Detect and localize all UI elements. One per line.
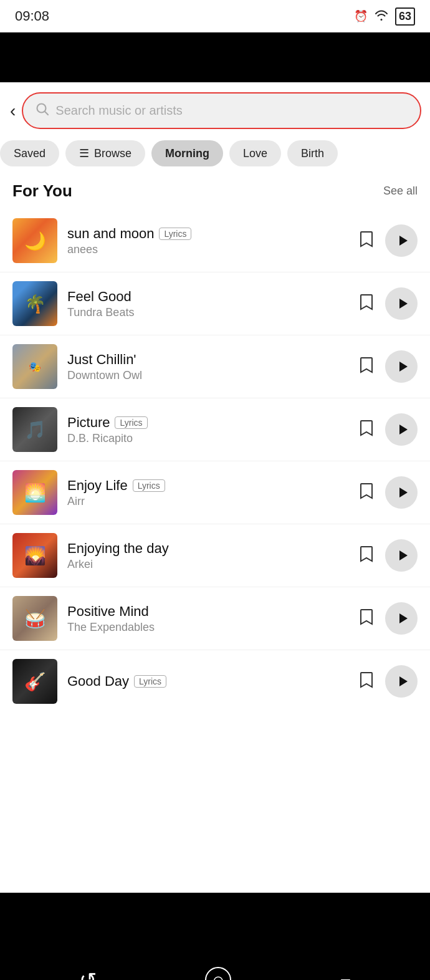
song-info-1: sun and moon Lyrics anees	[67, 226, 348, 256]
see-all-button[interactable]: See all	[383, 185, 418, 198]
chip-morning[interactable]: Morning	[151, 140, 223, 166]
song-artist-7: The Expendables	[67, 621, 348, 634]
svg-marker-3	[399, 299, 408, 309]
svg-marker-5	[399, 425, 408, 435]
category-chips: Saved ☰ Browse Morning Love Birth	[0, 137, 430, 175]
song-artist-6: Arkei	[67, 558, 348, 571]
chip-browse[interactable]: ☰ Browse	[65, 140, 145, 166]
battery-icon: 63	[395, 7, 415, 26]
svg-marker-2	[399, 236, 408, 246]
bookmark-button-1[interactable]	[358, 231, 375, 251]
song-item: 🎭 Just Chillin' Downtown Owl	[0, 335, 430, 398]
song-info-8: Good Day Lyrics	[67, 673, 348, 689]
song-title-1: sun and moon	[67, 226, 154, 242]
song-art-8: 🎸	[12, 659, 57, 704]
song-art-3: 🎭	[12, 344, 57, 389]
bookmark-button-5[interactable]	[358, 483, 375, 502]
song-actions-1	[358, 224, 418, 257]
status-icons: ⏰ 63	[354, 7, 415, 26]
bookmark-button-3[interactable]	[358, 357, 375, 377]
song-title-6: Enjoying the day	[67, 540, 169, 557]
play-button-6[interactable]	[385, 539, 418, 572]
song-art-6: 🌄	[12, 533, 57, 578]
song-title-4: Picture	[67, 415, 110, 431]
song-item: 🎵 Picture Lyrics D.B. Ricapito	[0, 398, 430, 461]
play-button-5[interactable]	[385, 476, 418, 509]
back-button[interactable]: ‹	[10, 102, 16, 120]
search-icon	[36, 102, 49, 119]
song-title-5: Enjoy Life	[67, 478, 128, 494]
song-info-2: Feel Good Tundra Beats	[67, 289, 348, 319]
song-item: 🌅 Enjoy Life Lyrics Airr	[0, 461, 430, 524]
song-actions-7	[358, 602, 418, 635]
song-art-4: 🎵	[12, 407, 57, 452]
svg-marker-4	[399, 362, 408, 372]
nav-back-button[interactable]: ↺	[79, 968, 97, 980]
song-art-1: 🌙	[12, 218, 57, 263]
song-title-8: Good Day	[67, 673, 129, 689]
svg-line-1	[45, 112, 48, 115]
song-title-7: Positive Mind	[67, 603, 149, 620]
nav-bar: ↺ ○ ⌐	[0, 955, 430, 980]
song-artist-2: Tundra Beats	[67, 306, 348, 319]
nav-recent-button[interactable]: ⌐	[340, 969, 351, 980]
status-bar: 09:08 ⏰ 63	[0, 0, 430, 32]
svg-marker-8	[399, 613, 408, 623]
chip-love[interactable]: Love	[229, 140, 281, 166]
search-placeholder-text: Search music or artists	[55, 103, 182, 118]
status-time: 09:08	[15, 8, 49, 24]
song-artist-3: Downtown Owl	[67, 369, 348, 382]
section-title: For You	[12, 181, 72, 201]
song-art-2: 🌴	[12, 281, 57, 326]
bookmark-button-8[interactable]	[358, 671, 375, 691]
song-actions-4	[358, 413, 418, 446]
lyrics-badge-1: Lyrics	[159, 228, 191, 240]
play-button-2[interactable]	[385, 287, 418, 320]
bookmark-button-2[interactable]	[358, 294, 375, 314]
play-button-7[interactable]	[385, 602, 418, 635]
lyrics-badge-5: Lyrics	[133, 479, 165, 492]
lyrics-badge-4: Lyrics	[115, 416, 147, 429]
search-bar-wrapper: Search music or artists	[23, 94, 420, 128]
bookmark-button-6[interactable]	[358, 545, 375, 565]
chip-saved[interactable]: Saved	[0, 140, 59, 166]
song-actions-5	[358, 476, 418, 509]
bookmark-button-4[interactable]	[358, 420, 375, 440]
song-list: 🌙 sun and moon Lyrics anees	[0, 209, 430, 713]
play-button-4[interactable]	[385, 413, 418, 446]
play-button-1[interactable]	[385, 224, 418, 257]
alarm-icon: ⏰	[354, 9, 368, 23]
song-artist-5: Airr	[67, 495, 348, 508]
song-info-6: Enjoying the day Arkei	[67, 540, 348, 571]
svg-marker-6	[399, 488, 408, 497]
play-button-8[interactable]	[385, 665, 418, 698]
section-header: For You See all	[0, 175, 430, 209]
song-art-5: 🌅	[12, 470, 57, 515]
search-header: ‹ Search music or artists	[0, 82, 430, 137]
black-top-bar	[0, 32, 430, 82]
main-content: ‹ Search music or artists Saved ☰ Browse…	[0, 82, 430, 893]
song-artist-4: D.B. Ricapito	[67, 432, 348, 445]
song-item: 🎸 Good Day Lyrics	[0, 650, 430, 713]
song-actions-6	[358, 539, 418, 572]
song-artist-1: anees	[67, 243, 348, 256]
song-actions-2	[358, 287, 418, 320]
wifi-icon	[374, 9, 389, 24]
lyrics-badge-8: Lyrics	[134, 675, 166, 688]
search-bar[interactable]: Search music or artists	[23, 94, 420, 128]
song-actions-3	[358, 350, 418, 383]
nav-home-button[interactable]: ○	[205, 967, 231, 980]
bookmark-button-7[interactable]	[358, 608, 375, 628]
song-art-7: 🥁	[12, 596, 57, 641]
song-item: 🌄 Enjoying the day Arkei	[0, 524, 430, 587]
song-item: 🌴 Feel Good Tundra Beats	[0, 272, 430, 335]
song-info-7: Positive Mind The Expendables	[67, 603, 348, 634]
song-title-2: Feel Good	[67, 289, 131, 305]
song-item: 🥁 Positive Mind The Expendables	[0, 587, 430, 650]
svg-marker-7	[399, 550, 408, 560]
play-button-3[interactable]	[385, 350, 418, 383]
song-actions-8	[358, 665, 418, 698]
list-icon: ☰	[79, 147, 89, 160]
black-bottom-bar	[0, 893, 430, 955]
chip-birth[interactable]: Birth	[287, 140, 338, 166]
